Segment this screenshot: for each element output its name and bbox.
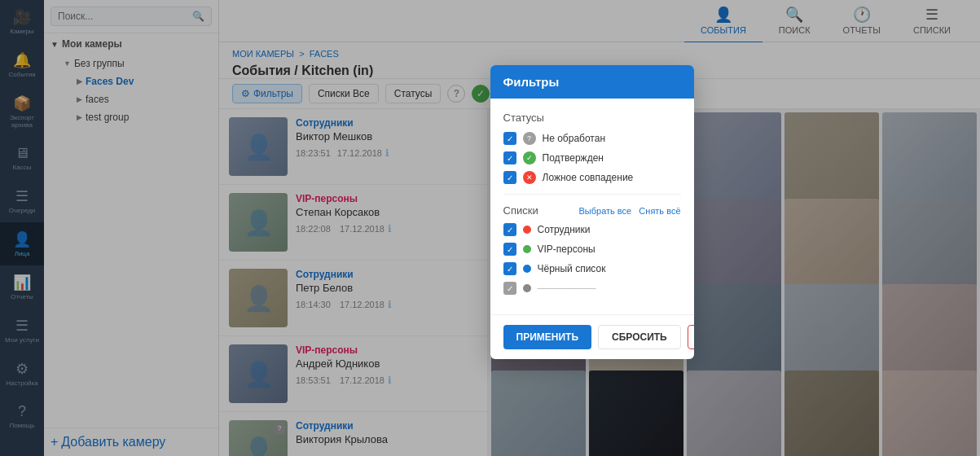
checkbox-unprocessed[interactable]: ✓ xyxy=(503,132,516,145)
select-all-link[interactable]: Выбрать все xyxy=(578,206,631,216)
status-row-false[interactable]: ✓ ✕ Ложное совпадение xyxy=(503,171,681,184)
list-dot-other xyxy=(523,284,531,292)
list-label: Сотрудники xyxy=(538,224,591,235)
reset-button[interactable]: СБРОСИТЬ xyxy=(598,325,681,349)
list-label: Чёрный список xyxy=(538,263,606,274)
checkbox-false[interactable]: ✓ xyxy=(503,171,516,184)
filter-modal: Фильтры Статусы ✓ ? Не обработан ✓ ✓ Под… xyxy=(490,65,694,359)
status-row-confirmed[interactable]: ✓ ✓ Подтвержден xyxy=(503,151,681,164)
modal-body: Статусы ✓ ? Не обработан ✓ ✓ Подтвержден… xyxy=(490,99,694,314)
status-label: Не обработан xyxy=(543,133,606,144)
status-badge-question: ? xyxy=(523,132,536,145)
lists-header: Списки Выбрать все Снять всё xyxy=(503,204,681,217)
checkbox-sotrudniki[interactable]: ✓ xyxy=(503,223,516,236)
modal-footer: ПРИМЕНИТЬ СБРОСИТЬ ОТМЕНА xyxy=(490,314,694,359)
lists-section-title: Списки xyxy=(503,204,538,217)
modal-header: Фильтры xyxy=(490,65,694,99)
status-row-unprocessed[interactable]: ✓ ? Не обработан xyxy=(503,132,681,145)
status-label: Ложное совпадение xyxy=(543,172,634,183)
apply-button[interactable]: ПРИМЕНИТЬ xyxy=(503,325,592,349)
status-label: Подтвержден xyxy=(543,152,604,164)
list-dot-vip xyxy=(523,245,531,253)
list-dot-blacklist xyxy=(523,265,531,273)
list-row-other[interactable]: ✓ —————— xyxy=(503,282,681,295)
checkbox-confirmed[interactable]: ✓ xyxy=(503,151,516,164)
list-label: VIP-персоны xyxy=(538,243,595,255)
status-badge-check: ✓ xyxy=(523,151,536,164)
lists-scroll: ✓ Сотрудники ✓ VIP-персоны ✓ Чёрный спис… xyxy=(503,223,681,301)
checkbox-other[interactable]: ✓ xyxy=(503,282,516,295)
checkbox-vip[interactable]: ✓ xyxy=(503,243,516,256)
statuses-section-title: Статусы xyxy=(503,112,681,124)
cancel-button[interactable]: ОТМЕНА xyxy=(688,325,694,349)
lists-links: Выбрать все Снять всё xyxy=(578,206,680,216)
deselect-all-link[interactable]: Снять всё xyxy=(639,206,680,216)
list-label: —————— xyxy=(538,283,596,294)
checkbox-blacklist[interactable]: ✓ xyxy=(503,262,516,275)
list-row-vip[interactable]: ✓ VIP-персоны xyxy=(503,243,681,256)
status-badge-x: ✕ xyxy=(523,171,536,184)
filter-modal-overlay: Фильтры Статусы ✓ ? Не обработан ✓ ✓ Под… xyxy=(0,0,980,456)
modal-title: Фильтры xyxy=(503,75,560,89)
list-row-sotrudniki[interactable]: ✓ Сотрудники xyxy=(503,223,681,236)
list-dot-sotrudniki xyxy=(523,226,531,234)
list-row-blacklist[interactable]: ✓ Чёрный список xyxy=(503,262,681,275)
